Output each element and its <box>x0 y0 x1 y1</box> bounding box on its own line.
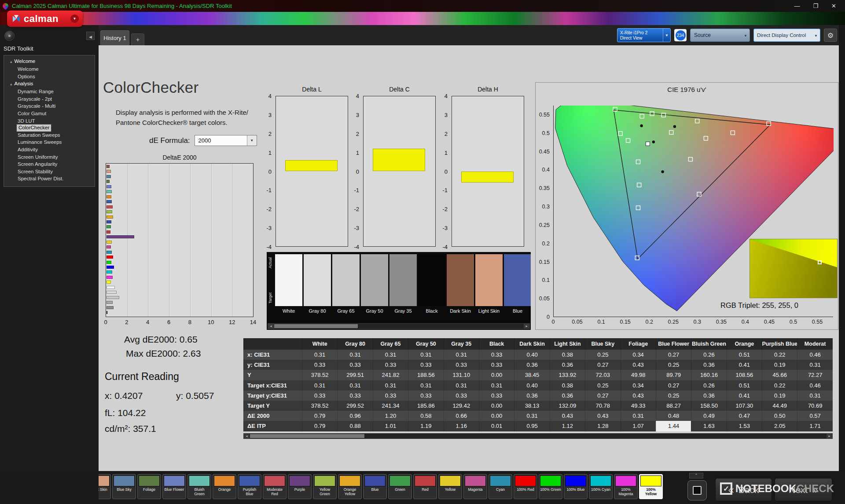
scroll-left-icon[interactable] <box>244 434 250 438</box>
sidebar-item-screen-angularity[interactable]: Screen Angularity <box>4 161 95 168</box>
actual-row-label: Actual <box>268 257 274 268</box>
sidebar-item-spectral-power-dist[interactable]: Spectral Power Dist. <box>4 175 95 183</box>
table-scrollbar[interactable] <box>243 433 833 439</box>
sidebar-item-dynamic-range[interactable]: Dynamic Range <box>4 88 95 95</box>
deltae-chart <box>106 163 254 317</box>
patch-button-100-magenta[interactable]: 100% Magenta <box>614 474 638 499</box>
session-icon[interactable] <box>4 31 15 41</box>
patch-button-100-red[interactable]: 100% Red <box>514 474 537 499</box>
meter-dropdown[interactable]: X-Rite i1Pro 2 Direct View <box>617 28 671 42</box>
patch-swatch-gray-50: Gray 50 <box>361 254 388 321</box>
table-cell: 89.79 <box>656 370 691 380</box>
de-bar-gray-50 <box>107 301 113 304</box>
patch-button-blue[interactable]: Blue <box>363 474 387 499</box>
table-cell: 38.45 <box>514 370 549 380</box>
scroll-right-icon[interactable] <box>827 434 832 438</box>
table-cell: 49.98 <box>621 370 656 380</box>
row-label: x: CIE31 <box>243 350 302 360</box>
patch-button-magenta[interactable]: Magenta <box>463 474 487 499</box>
logo-menu-caret-icon[interactable] <box>70 15 79 23</box>
table-cell: 185.86 <box>408 401 443 411</box>
swatch-scrollbar[interactable] <box>268 323 530 329</box>
patch-button-100-cyan[interactable]: 100% Cyan <box>589 474 613 499</box>
de-formula-dropdown[interactable]: 2000 <box>195 135 257 146</box>
scrollbar-thumb[interactable] <box>274 324 358 328</box>
patch-button-orange-yellow[interactable]: Orange Yellow <box>338 474 362 499</box>
table-cell: 0.33 <box>302 391 337 401</box>
sidebar-item-colorchecker[interactable]: ColorChecker <box>17 124 51 131</box>
sidebar-item-screen-uniformity[interactable]: Screen Uniformity <box>4 153 95 161</box>
tab-history-1[interactable]: History 1 <box>100 30 129 45</box>
stop-pattern-button[interactable] <box>687 480 707 500</box>
meter-caret-icon[interactable] <box>663 29 670 42</box>
de-formula-caret-icon[interactable] <box>247 135 257 146</box>
patch-button-100-yellow[interactable]: 100% Yellow <box>639 474 663 499</box>
table-cell: 0.33 <box>479 360 514 370</box>
delta_l-bar <box>285 160 338 172</box>
table-cell: 70.78 <box>585 401 620 411</box>
patch-button-bluish-green[interactable]: Bluish Green <box>187 474 211 499</box>
delta-l-yaxis: 43210-1-2-3-4 <box>260 96 274 247</box>
scroll-right-icon[interactable] <box>524 324 529 329</box>
table-cell: 0.96 <box>337 411 372 421</box>
tree-section-welcome[interactable]: Welcome <box>4 58 95 66</box>
minimize-button[interactable]: — <box>794 3 800 9</box>
sidebar-item-screen-stability[interactable]: Screen Stability <box>4 168 95 175</box>
maximize-button[interactable]: ❐ <box>813 3 818 9</box>
patch-label: Blue <box>364 487 386 492</box>
add-tab-button[interactable]: + <box>131 33 144 45</box>
expand-patch-bar-button[interactable] <box>689 473 703 478</box>
swatch-color <box>275 254 302 306</box>
patch-button-100-green[interactable]: 100% Green <box>539 474 562 499</box>
sidebar-item-additivity[interactable]: Additivity <box>4 146 95 153</box>
table-cell: 0.47 <box>727 411 762 421</box>
settings-gear-button[interactable] <box>824 29 837 42</box>
patch-button-light-skin[interactable]: Light Skin <box>99 474 111 499</box>
max-de2000: Max dE2000: 2.63 <box>126 348 201 359</box>
sidebar-item-grayscale-2pt[interactable]: Grayscale - 2pt <box>4 95 95 103</box>
sidebar-item-grayscale-multi[interactable]: Grayscale - Multi <box>4 102 95 110</box>
swatch-label: Gray 35 <box>389 308 417 314</box>
patch-button-foliage[interactable]: Foliage <box>137 474 161 499</box>
sidebar-item-color-gamut[interactable]: Color Gamut <box>4 110 95 117</box>
patch-button-yellow-green[interactable]: Yellow Green <box>313 474 337 499</box>
table-cell: 0.50 <box>762 411 797 421</box>
patch-button-purplish-blue[interactable]: Purplish Blue <box>238 474 261 499</box>
patch-label: 100% Cyan <box>590 487 611 492</box>
table-cell: 0.51 <box>727 350 762 360</box>
meter-mode: Direct View <box>620 36 663 40</box>
delta-h-plot <box>452 96 524 247</box>
calman-logo-button[interactable]: calman <box>7 11 83 27</box>
display-control-dropdown[interactable]: Direct Display Control <box>753 29 820 42</box>
de-bar-orange <box>107 195 111 198</box>
patch-button-cyan[interactable]: Cyan <box>489 474 512 499</box>
patch-label: Blue Flower <box>164 487 185 492</box>
patch-button-yellow[interactable]: Yellow <box>438 474 462 499</box>
sidebar-item-luminance-sweeps[interactable]: Luminance Sweeps <box>4 139 95 146</box>
back-button[interactable]: « Back <box>715 478 772 501</box>
next-button[interactable]: Next » <box>775 478 832 501</box>
patch-button-green[interactable]: Green <box>388 474 412 499</box>
patch-button-orange[interactable]: Orange <box>213 474 236 499</box>
column-header-white: White <box>302 338 337 350</box>
sidebar-item-welcome[interactable]: Welcome <box>4 66 95 73</box>
table-cell: 72.03 <box>585 370 620 380</box>
patch-button-blue-flower[interactable]: Blue Flower <box>162 474 186 499</box>
patch-button-100-blue[interactable]: 100% Blue <box>564 474 588 499</box>
patch-swatch-gray-65: Gray 65 <box>332 254 360 321</box>
sidebar-item-3d-lut[interactable]: 3D LUT <box>4 117 95 125</box>
cie-title: CIE 1976 u'v' <box>536 86 838 93</box>
source-dropdown[interactable]: Source <box>690 29 750 42</box>
patch-button-blue-sky[interactable]: Blue Sky <box>112 474 136 499</box>
sidebar-item-saturation-sweeps[interactable]: Saturation Sweeps <box>4 131 95 139</box>
patch-button-red[interactable]: Red <box>413 474 437 499</box>
tree-section-analysis[interactable]: Analysis <box>4 80 95 88</box>
table-cell: 0.31 <box>408 380 443 391</box>
scrollbar-thumb[interactable] <box>250 434 364 438</box>
sidebar-item-options[interactable]: Options <box>4 73 95 80</box>
patch-button-purple[interactable]: Purple <box>288 474 312 499</box>
scroll-left-icon[interactable] <box>268 324 274 329</box>
patch-button-moderate-red[interactable]: Moderate Red <box>263 474 287 499</box>
close-button[interactable]: ✕ <box>831 3 836 9</box>
sidebar-collapse-button[interactable] <box>86 32 95 40</box>
